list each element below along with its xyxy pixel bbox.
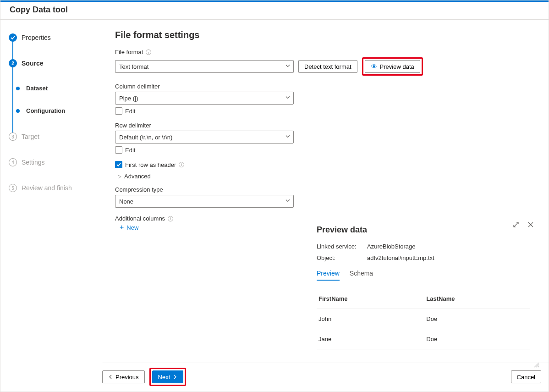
step-target[interactable]: 3 Target xyxy=(0,130,102,144)
field-label-text: Row delimiter xyxy=(115,122,151,129)
table-cell: Doe xyxy=(424,309,530,329)
chevron-down-icon xyxy=(285,95,291,102)
checkbox-label: Edit xyxy=(125,108,135,115)
linked-service-label: Linked service: xyxy=(317,243,367,250)
next-button[interactable]: Next xyxy=(152,370,184,383)
cancel-button[interactable]: Cancel xyxy=(511,370,541,383)
substep-dot-icon xyxy=(16,109,20,113)
select-value: Text format xyxy=(119,63,148,70)
button-label: Next xyxy=(158,374,170,381)
field-label-text: Column delimiter xyxy=(115,83,160,90)
table-cell: Jane xyxy=(317,329,424,349)
preview-table: FirstName LastName John Doe Jane Doe xyxy=(317,289,530,349)
plus-icon: + xyxy=(120,224,124,231)
step-number-icon: 3 xyxy=(9,133,17,141)
field-label-text: Compression type xyxy=(115,186,163,193)
first-row-header-checkbox[interactable] xyxy=(115,161,122,168)
step-review[interactable]: 5 Review and finish xyxy=(0,181,102,195)
step-number-icon: 4 xyxy=(9,158,17,166)
caret-right-icon: ▷ xyxy=(118,174,121,179)
main-content: File format settings File format i Text … xyxy=(102,20,549,391)
column-delimiter-field: Column delimiter Pipe (|) Edit xyxy=(115,83,536,115)
chevron-down-icon xyxy=(285,198,291,205)
chevron-down-icon xyxy=(285,63,291,70)
table-row: John Doe xyxy=(317,309,530,329)
chevron-left-icon xyxy=(108,374,113,381)
info-icon[interactable]: i xyxy=(179,162,184,167)
info-icon[interactable]: i xyxy=(168,216,173,221)
checkbox-label: First row as header xyxy=(125,161,176,168)
table-header: FirstName xyxy=(317,289,424,309)
select-value: None xyxy=(119,198,133,205)
check-icon xyxy=(9,33,17,42)
table-cell: Doe xyxy=(424,329,530,349)
button-label: Previous xyxy=(115,374,139,381)
checkbox-label: Edit xyxy=(125,147,135,154)
row-delimiter-field: Row delimiter Default (\r,\n, or \r\n) E… xyxy=(115,122,536,154)
substep-configuration[interactable]: Configuration xyxy=(0,105,102,117)
tutorial-highlight: Next xyxy=(149,368,187,386)
expand-icon[interactable] xyxy=(513,221,519,229)
button-label: Detect text format xyxy=(304,63,351,70)
detect-text-format-button[interactable]: Detect text format xyxy=(298,60,357,73)
chevron-down-icon xyxy=(285,134,291,141)
substep-dataset[interactable]: Dataset xyxy=(0,82,102,94)
tutorial-highlight: 👁 Preview data xyxy=(362,57,423,76)
substep-dot-icon xyxy=(16,87,20,90)
field-label-text: Additional columns xyxy=(115,215,165,222)
preview-data-button[interactable]: 👁 Preview data xyxy=(365,60,420,73)
substep-label: Configuration xyxy=(26,107,65,114)
compression-select[interactable]: None xyxy=(115,195,294,208)
step-source[interactable]: 2 Source xyxy=(0,56,102,70)
preview-title: Preview data xyxy=(317,225,530,235)
advanced-toggle[interactable]: ▷ Advanced xyxy=(118,173,536,180)
object-value: adfv2tutorial/inputEmp.txt xyxy=(367,254,434,261)
select-value: Pipe (|) xyxy=(119,95,138,102)
step-number-icon: 5 xyxy=(9,184,17,192)
step-properties[interactable]: Properties xyxy=(0,31,102,44)
preview-data-panel: Preview data Linked service: AzureBlobSt… xyxy=(306,215,541,370)
object-label: Object: xyxy=(317,254,367,261)
step-label: Source xyxy=(22,60,43,67)
tab-schema[interactable]: Schema xyxy=(350,270,373,281)
table-cell: John xyxy=(317,309,424,329)
info-icon[interactable]: i xyxy=(146,50,151,55)
file-format-select[interactable]: Text format xyxy=(115,60,294,73)
wizard-footer: Previous Next Cancel xyxy=(102,363,549,391)
advanced-label: Advanced xyxy=(124,173,151,180)
step-label: Properties xyxy=(22,34,51,41)
field-label-text: File format xyxy=(115,49,143,55)
page-title: Copy Data tool xyxy=(0,2,549,20)
chevron-right-icon xyxy=(173,374,177,381)
step-label: Settings xyxy=(22,159,45,166)
select-value: Default (\r,\n, or \r\n) xyxy=(119,134,172,141)
tab-preview[interactable]: Preview xyxy=(317,270,340,281)
step-number-icon: 2 xyxy=(9,59,17,67)
button-label: Cancel xyxy=(517,374,535,381)
add-new-label: New xyxy=(126,224,138,231)
table-header: LastName xyxy=(424,289,530,309)
wizard-sidebar: Properties 2 Source Dataset Configuratio… xyxy=(0,20,102,391)
step-settings[interactable]: 4 Settings xyxy=(0,155,102,169)
close-icon[interactable] xyxy=(527,221,534,229)
preview-icon: 👁 xyxy=(371,63,377,70)
file-format-field: File format i Text format Detect text fo… xyxy=(115,49,536,76)
compression-field: Compression type None xyxy=(115,186,536,208)
step-label: Target xyxy=(22,133,39,140)
button-label: Preview data xyxy=(380,63,414,70)
column-delimiter-select[interactable]: Pipe (|) xyxy=(115,92,294,105)
row-delimiter-select[interactable]: Default (\r,\n, or \r\n) xyxy=(115,131,294,144)
step-label: Review and finish xyxy=(22,184,72,192)
table-row: Jane Doe xyxy=(317,329,530,349)
section-heading: File format settings xyxy=(115,30,536,40)
linked-service-value: AzureBlobStorage xyxy=(367,243,416,250)
substep-label: Dataset xyxy=(26,85,48,92)
column-delim-edit-checkbox[interactable] xyxy=(115,107,122,115)
row-delim-edit-checkbox[interactable] xyxy=(115,146,122,154)
previous-button[interactable]: Previous xyxy=(102,370,145,383)
